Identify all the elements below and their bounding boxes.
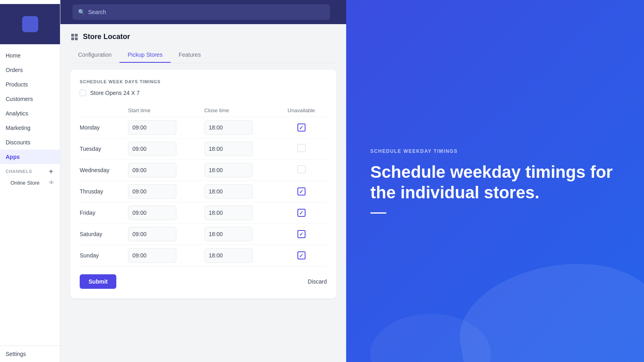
main-area: 🔍 Search Store Locator: [60, 0, 346, 362]
sidebar-item-customers[interactable]: Customers: [0, 92, 60, 106]
sidebar: Home Orders Products Customers Analytics…: [0, 0, 60, 362]
submit-button[interactable]: Submit: [80, 274, 116, 289]
table-row: Sunday: [80, 245, 327, 266]
sidebar-item-label: Products: [6, 81, 28, 88]
day-label: Wednesday: [80, 160, 128, 181]
svg-rect-1: [75, 34, 78, 37]
close-time-cell: [204, 224, 281, 245]
unavailable-cell: [281, 117, 327, 138]
sidebar-channels-section: CHANNELS +: [0, 164, 60, 176]
sidebar-item-label: Apps: [6, 154, 20, 160]
close-time-cell: [204, 202, 281, 224]
sunday-close-input[interactable]: [204, 248, 253, 263]
start-time-cell: [128, 224, 204, 245]
friday-unavail-checkbox[interactable]: [297, 209, 305, 217]
sidebar-item-home[interactable]: Home: [0, 48, 60, 63]
svg-rect-2: [71, 37, 74, 40]
store-open-24x7-checkbox[interactable]: [80, 90, 86, 96]
sidebar-item-label: Customers: [6, 96, 33, 102]
tab-pickup-stores[interactable]: Pickup Stores: [120, 47, 170, 63]
close-time-cell: [204, 181, 281, 202]
sidebar-item-online-store[interactable]: Online Store 👁: [0, 176, 60, 189]
unavailable-cell: [281, 224, 327, 245]
svg-rect-3: [75, 37, 78, 40]
wednesday-start-input[interactable]: [128, 163, 176, 177]
start-time-cell: [128, 160, 204, 181]
start-time-cell: [128, 117, 204, 138]
close-time-cell: [204, 117, 281, 138]
store-open-24x7-label: Store Opens 24 X 7: [90, 90, 140, 96]
saturday-unavail-checkbox[interactable]: [297, 230, 305, 238]
unavailable-cell: [281, 181, 327, 202]
start-time-cell: [128, 202, 204, 224]
settings-label: Settings: [6, 351, 26, 357]
sidebar-item-marketing[interactable]: Marketing: [0, 121, 60, 135]
col-start-time: Start time: [128, 104, 204, 117]
start-time-cell: [128, 138, 204, 160]
close-time-cell: [204, 138, 281, 160]
unavailable-cell: [281, 160, 327, 181]
sidebar-item-label: Analytics: [6, 110, 28, 117]
sidebar-item-products[interactable]: Products: [0, 77, 60, 92]
monday-start-input[interactable]: [128, 120, 176, 135]
start-time-cell: [128, 245, 204, 266]
sunday-unavail-checkbox[interactable]: [297, 251, 305, 259]
table-row: Thrusday: [80, 181, 327, 202]
tuesday-start-input[interactable]: [128, 142, 176, 156]
sidebar-item-discounts[interactable]: Discounts: [0, 135, 60, 150]
sunday-start-input[interactable]: [128, 248, 176, 263]
schedule-card: SCHEDULE WEEK DAYS TIMINGS Store Opens 2…: [70, 70, 336, 298]
saturday-start-input[interactable]: [128, 227, 176, 241]
discard-button[interactable]: Discard: [308, 278, 327, 285]
wednesday-unavail-checkbox[interactable]: [297, 165, 305, 173]
main-content: Store Locator Configuration Pickup Store…: [60, 24, 346, 362]
online-store-label: Online Store: [10, 180, 39, 186]
page-title-row: Store Locator: [70, 32, 336, 41]
thursday-unavail-checkbox[interactable]: [297, 187, 305, 195]
sidebar-item-analytics[interactable]: Analytics: [0, 106, 60, 121]
sidebar-item-apps[interactable]: Apps: [0, 150, 60, 164]
tuesday-unavail-checkbox[interactable]: [297, 144, 305, 152]
close-time-cell: [204, 245, 281, 266]
unavailable-cell: [281, 202, 327, 224]
day-label: Monday: [80, 117, 128, 138]
store-open-24x7-row: Store Opens 24 X 7: [80, 90, 327, 96]
col-unavailable: Unavailable: [281, 104, 327, 117]
sidebar-item-orders[interactable]: Orders: [0, 63, 60, 77]
day-label: Thrusday: [80, 181, 128, 202]
tuesday-close-input[interactable]: [204, 142, 253, 156]
table-row: Wednesday: [80, 160, 327, 181]
right-panel-subtitle: SCHEDULE WEEKDAY TIMINGS: [370, 148, 458, 154]
sidebar-logo-icon: [22, 16, 38, 32]
monday-close-input[interactable]: [204, 120, 253, 135]
sidebar-item-settings[interactable]: Settings: [0, 346, 60, 362]
tab-configuration[interactable]: Configuration: [70, 47, 120, 63]
sidebar-item-label: Marketing: [6, 125, 30, 131]
table-row: Tuesday: [80, 138, 327, 160]
day-label: Friday: [80, 202, 128, 224]
start-time-cell: [128, 181, 204, 202]
friday-close-input[interactable]: [204, 206, 253, 220]
wednesday-close-input[interactable]: [204, 163, 253, 177]
eye-icon[interactable]: 👁: [49, 179, 54, 186]
friday-start-input[interactable]: [128, 206, 176, 220]
col-close-time: Close time: [204, 104, 281, 117]
day-label: Tuesday: [80, 138, 128, 160]
tab-features[interactable]: Features: [171, 47, 209, 63]
thursday-close-input[interactable]: [204, 184, 253, 199]
top-header: 🔍 Search: [60, 0, 346, 24]
saturday-close-input[interactable]: [204, 227, 253, 241]
right-panel: SCHEDULE WEEKDAY TIMINGS Schedule weekda…: [346, 0, 644, 362]
search-bar[interactable]: 🔍 Search: [72, 4, 330, 20]
add-channel-icon[interactable]: +: [48, 168, 54, 175]
sidebar-nav: Home Orders Products Customers Analytics…: [0, 44, 60, 346]
sidebar-logo: [0, 4, 60, 44]
monday-unavail-checkbox[interactable]: [297, 123, 305, 132]
table-row: Monday: [80, 117, 327, 138]
channels-label: CHANNELS: [6, 169, 32, 174]
svg-rect-0: [71, 34, 74, 37]
app-layout: Home Orders Products Customers Analytics…: [0, 0, 644, 362]
thursday-start-input[interactable]: [128, 184, 176, 199]
card-footer: Submit Discard: [80, 274, 327, 289]
sidebar-item-label: Orders: [6, 67, 23, 73]
